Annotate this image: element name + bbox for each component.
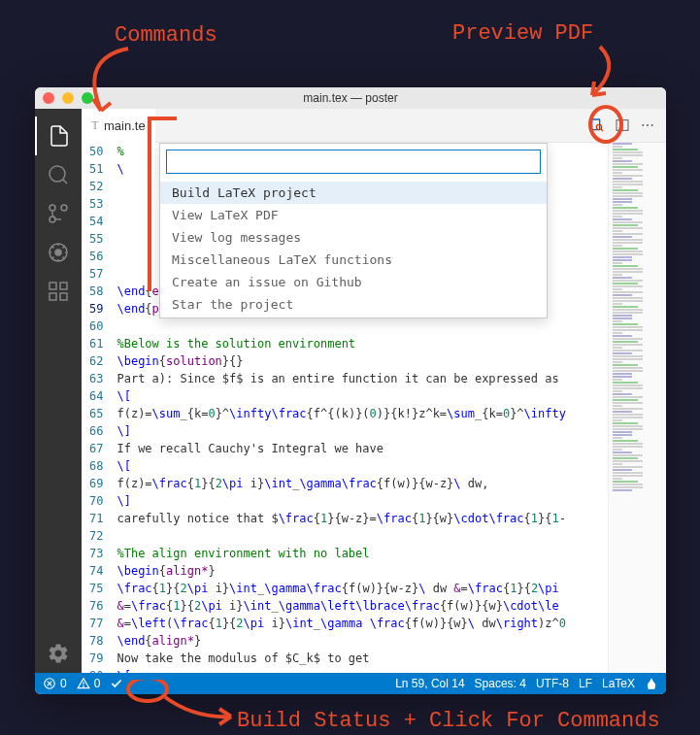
- code-line[interactable]: Part a): Since $f$ is an entire function…: [117, 370, 608, 387]
- code-line[interactable]: \]: [117, 422, 608, 440]
- command-palette: Build LaTeX projectView LaTeX PDFView lo…: [159, 143, 548, 318]
- line-number: 58: [89, 283, 103, 300]
- line-number: 60: [89, 317, 103, 335]
- search-icon[interactable]: [35, 155, 82, 194]
- line-number: 50: [89, 143, 103, 160]
- status-eol[interactable]: LF: [579, 677, 592, 690]
- code-line[interactable]: f(z)=\frac{1}{2\pi i}\int_\gamma\frac{f(…: [117, 475, 608, 492]
- code-line[interactable]: Now take the modulus of $C_k$ to get: [117, 650, 608, 667]
- status-encoding[interactable]: UTF-8: [536, 677, 569, 690]
- line-number: 62: [89, 352, 103, 370]
- line-number: 59: [89, 300, 103, 317]
- svg-point-7: [55, 250, 61, 255]
- command-palette-item[interactable]: Build LaTeX project: [160, 182, 547, 204]
- line-number: 74: [89, 562, 103, 580]
- tab-label: main.te: [104, 118, 146, 133]
- status-cursor-position[interactable]: Ln 59, Col 14: [395, 677, 464, 690]
- code-line[interactable]: \[: [117, 457, 608, 475]
- extensions-icon[interactable]: [35, 272, 82, 311]
- editor[interactable]: 5051525354555657585960616263646566676869…: [82, 143, 666, 673]
- svg-point-18: [647, 124, 649, 126]
- line-number: 56: [89, 248, 103, 265]
- svg-point-19: [651, 124, 653, 126]
- settings-gear-icon[interactable]: [35, 634, 82, 673]
- line-number: 70: [89, 492, 103, 510]
- code-line[interactable]: [117, 317, 608, 335]
- line-number: 76: [89, 597, 103, 615]
- svg-rect-9: [60, 283, 67, 289]
- command-palette-item[interactable]: Star the project: [160, 293, 547, 316]
- line-number: 66: [89, 422, 103, 440]
- code-line[interactable]: carefully notice that $\frac{1}{w-z}=\fr…: [117, 510, 608, 527]
- more-actions-icon[interactable]: [639, 117, 656, 134]
- code-line[interactable]: \]: [117, 492, 608, 510]
- window-title: main.tex — poster: [303, 91, 397, 105]
- code-line[interactable]: %Below is the solution environment: [117, 335, 608, 352]
- line-number: 55: [89, 230, 103, 248]
- line-number-gutter: 5051525354555657585960616263646566676869…: [82, 143, 117, 673]
- code-line[interactable]: &=\left(\frac{1}{2\pi i}\int_\gamma \fra…: [117, 615, 608, 632]
- svg-rect-8: [50, 283, 56, 289]
- command-palette-input[interactable]: [166, 150, 541, 174]
- status-errors[interactable]: 0: [43, 677, 67, 690]
- line-number: 79: [89, 650, 103, 667]
- svg-line-2: [63, 180, 67, 184]
- line-number: 80: [89, 667, 103, 673]
- code-line[interactable]: \begin{solution}{}: [117, 352, 608, 370]
- line-number: 63: [89, 370, 103, 387]
- preview-pdf-icon[interactable]: [588, 117, 606, 134]
- source-control-icon[interactable]: [35, 194, 82, 233]
- activity-bar: [35, 109, 82, 673]
- minimap[interactable]: [608, 143, 666, 673]
- window-minimize-icon[interactable]: [62, 92, 74, 104]
- code-line[interactable]: \end{align*}: [117, 632, 608, 650]
- code-line[interactable]: \begin{align*}: [117, 562, 608, 580]
- tab-main-tex[interactable]: 𝕋 main.te: [82, 109, 155, 143]
- status-build-check-icon[interactable]: [110, 677, 123, 690]
- window-close-icon[interactable]: [43, 92, 54, 104]
- annotation-preview-pdf: Preview PDF: [452, 21, 593, 46]
- line-number: 53: [89, 195, 103, 213]
- line-number: 57: [89, 265, 103, 283]
- command-palette-item[interactable]: View log messages: [160, 226, 547, 249]
- statusbar: 0 0 Ln 59, Col 14 Spaces: 4 UTF-8 LF LaT…: [35, 673, 666, 694]
- line-number: 61: [89, 335, 103, 352]
- code-line[interactable]: \[: [117, 387, 608, 405]
- code-line[interactable]: %The align environment with no label: [117, 545, 608, 562]
- svg-point-5: [50, 205, 55, 211]
- line-number: 67: [89, 440, 103, 457]
- code-line[interactable]: \frac{1}{2\pi i}\int_\gamma\frac{f(w)}{w…: [117, 580, 608, 597]
- line-number: 69: [89, 475, 103, 492]
- titlebar[interactable]: main.tex — poster: [35, 87, 666, 109]
- svg-point-24: [83, 686, 83, 687]
- code-line[interactable]: [117, 527, 608, 545]
- code-line[interactable]: If we recall Cauchy's Integral we have: [117, 440, 608, 457]
- debug-icon[interactable]: [35, 233, 82, 272]
- code-line[interactable]: &=\frac{1}{2\pi i}\int_\gamma\left\lbrac…: [117, 597, 608, 615]
- code-line[interactable]: \[: [117, 667, 608, 673]
- command-palette-item[interactable]: View LaTeX PDF: [160, 204, 547, 226]
- split-editor-icon[interactable]: [614, 117, 631, 134]
- line-number: 77: [89, 615, 103, 632]
- line-number: 54: [89, 213, 103, 230]
- command-palette-item[interactable]: Create an issue on Github: [160, 271, 547, 293]
- command-palette-item[interactable]: Miscellaneous LaTeX functions: [160, 249, 547, 271]
- svg-line-14: [601, 129, 603, 131]
- code-line[interactable]: f(z)=\sum_{k=0}^\infty\frac{f^{(k)}(0)}{…: [117, 405, 608, 422]
- line-number: 72: [89, 527, 103, 545]
- status-feedback-icon[interactable]: [645, 677, 658, 690]
- line-number: 68: [89, 457, 103, 475]
- annotation-build-status: Build Status + Click For Commands: [237, 709, 660, 733]
- annotation-commands: Commands: [115, 23, 217, 48]
- status-warnings[interactable]: 0: [77, 677, 101, 690]
- status-indentation[interactable]: Spaces: 4: [475, 677, 526, 690]
- status-language[interactable]: LaTeX: [602, 677, 635, 690]
- line-number: 52: [89, 178, 103, 195]
- window-maximize-icon[interactable]: [82, 92, 93, 104]
- svg-rect-10: [50, 293, 56, 300]
- line-number: 75: [89, 580, 103, 597]
- explorer-icon[interactable]: [35, 117, 82, 155]
- line-number: 78: [89, 632, 103, 650]
- svg-point-17: [642, 124, 644, 126]
- line-number: 71: [89, 510, 103, 527]
